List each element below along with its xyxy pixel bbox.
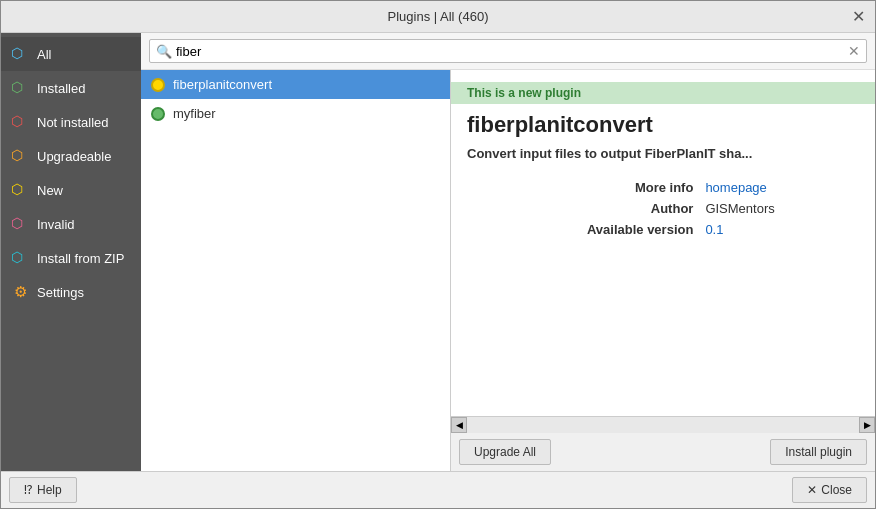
close-button[interactable]: ✕ Close [792, 477, 867, 503]
main-window: Plugins | All (460) ✕ ⬡ All ⬡ Installed … [0, 0, 876, 509]
meta-value-author: GISMentors [699, 198, 859, 219]
sidebar-label-upgradeable: Upgradeable [37, 149, 111, 164]
plugin-description: Convert input files to output FiberPlanI… [467, 146, 859, 161]
sidebar-label-invalid: Invalid [37, 217, 75, 232]
meta-label-version: Available version [467, 219, 699, 240]
search-bar: 🔍 ✕ [141, 33, 875, 70]
plugin-detail: This is a new plugin fiberplanitconvert … [451, 70, 875, 471]
all-icon: ⬡ [11, 45, 29, 63]
help-icon: ⁉ [24, 483, 33, 497]
sidebar: ⬡ All ⬡ Installed ⬡ Not installed ⬡ Upgr… [1, 33, 141, 471]
sidebar-item-new[interactable]: ⬡ New [1, 173, 141, 207]
meta-row-author: Author GISMentors [467, 198, 859, 219]
new-icon: ⬡ [11, 181, 29, 199]
meta-value-version: 0.1 [699, 219, 859, 240]
plugin-list: fiberplanitconvert myfiber [141, 70, 451, 471]
not-installed-icon: ⬡ [11, 113, 29, 131]
close-label: Close [821, 483, 852, 497]
upgrade-all-button[interactable]: Upgrade All [459, 439, 551, 465]
meta-row-version: Available version 0.1 [467, 219, 859, 240]
horizontal-scrollbar[interactable]: ◀ ▶ [451, 416, 875, 432]
new-plugin-badge: This is a new plugin [451, 82, 875, 104]
sidebar-label-install-from-zip: Install from ZIP [37, 251, 124, 266]
scroll-right-arrow[interactable]: ▶ [859, 417, 875, 433]
sidebar-item-invalid[interactable]: ⬡ Invalid [1, 207, 141, 241]
sidebar-label-settings: Settings [37, 285, 84, 300]
installed-icon: ⬡ [11, 79, 29, 97]
main-area: 🔍 ✕ fiberplanitconvert myfiber [141, 33, 875, 471]
settings-icon: ⚙ [11, 283, 29, 301]
content-area: ⬡ All ⬡ Installed ⬡ Not installed ⬡ Upgr… [1, 33, 875, 471]
meta-label-more-info: More info [467, 177, 699, 198]
close-icon: ✕ [807, 483, 817, 497]
bottom-bar: ⁉ Help ✕ Close [1, 471, 875, 508]
search-input[interactable] [176, 44, 844, 59]
sidebar-item-install-from-zip[interactable]: ⬡ Install from ZIP [1, 241, 141, 275]
scroll-left-arrow[interactable]: ◀ [451, 417, 467, 433]
meta-value-more-info: homepage [699, 177, 859, 198]
search-input-wrapper: 🔍 ✕ [149, 39, 867, 63]
invalid-icon: ⬡ [11, 215, 29, 233]
plugin-label-fiberplanitconvert: fiberplanitconvert [173, 77, 272, 92]
action-bar: Upgrade All Install plugin [451, 432, 875, 471]
sidebar-item-all[interactable]: ⬡ All [1, 37, 141, 71]
sidebar-item-settings[interactable]: ⚙ Settings [1, 275, 141, 309]
sidebar-item-not-installed[interactable]: ⬡ Not installed [1, 105, 141, 139]
install-plugin-button[interactable]: Install plugin [770, 439, 867, 465]
sidebar-item-installed[interactable]: ⬡ Installed [1, 71, 141, 105]
titlebar: Plugins | All (460) ✕ [1, 1, 875, 33]
plugin-status-dot-myfiber [151, 107, 165, 121]
plugin-title: fiberplanitconvert [467, 112, 859, 138]
sidebar-label-not-installed: Not installed [37, 115, 109, 130]
upgradeable-icon: ⬡ [11, 147, 29, 165]
help-button[interactable]: ⁉ Help [9, 477, 77, 503]
search-clear-button[interactable]: ✕ [848, 43, 860, 59]
help-label: Help [37, 483, 62, 497]
plugin-status-dot-fiberplanitconvert [151, 78, 165, 92]
sidebar-item-upgradeable[interactable]: ⬡ Upgradeable [1, 139, 141, 173]
sidebar-label-installed: Installed [37, 81, 85, 96]
sidebar-label-new: New [37, 183, 63, 198]
plugin-list-item-myfiber[interactable]: myfiber [141, 99, 450, 128]
window-close-button[interactable]: ✕ [852, 9, 865, 25]
window-title: Plugins | All (460) [388, 9, 489, 24]
plugin-label-myfiber: myfiber [173, 106, 216, 121]
plugin-meta-table: More info homepage Author GISMentors Ava [467, 177, 859, 240]
meta-label-author: Author [467, 198, 699, 219]
scroll-track[interactable] [467, 417, 859, 433]
plugin-list-item-fiberplanitconvert[interactable]: fiberplanitconvert [141, 70, 450, 99]
zip-icon: ⬡ [11, 249, 29, 267]
homepage-link[interactable]: homepage [705, 180, 766, 195]
split-pane: fiberplanitconvert myfiber This is a new… [141, 70, 875, 471]
search-icon: 🔍 [156, 44, 172, 59]
sidebar-label-all: All [37, 47, 51, 62]
meta-row-more-info: More info homepage [467, 177, 859, 198]
plugin-detail-content: This is a new plugin fiberplanitconvert … [451, 70, 875, 416]
